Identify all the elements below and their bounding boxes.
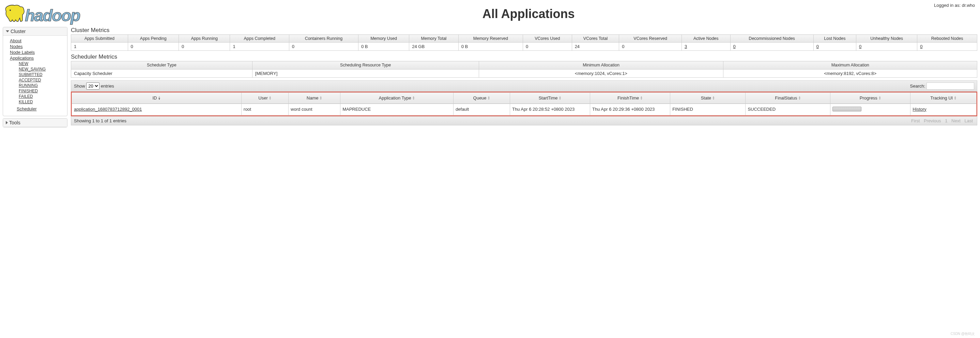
- th-min-alloc: Minimum Allocation: [479, 61, 724, 69]
- td-lost-nodes: 0: [813, 43, 856, 51]
- sidebar-link-submitted[interactable]: SUBMITTED: [19, 72, 67, 77]
- scheduler-metrics-title: Scheduler Metrics: [71, 54, 977, 60]
- th-apps-submitted: Apps Submitted: [71, 35, 128, 43]
- login-info: Logged in as: dr.who: [934, 3, 975, 8]
- tracking-link[interactable]: History: [913, 107, 926, 112]
- page-last[interactable]: Last: [963, 118, 974, 123]
- sidebar-link-finished[interactable]: FINISHED: [19, 88, 67, 94]
- chevron-down-icon: [6, 30, 9, 32]
- sidebar-tools-header[interactable]: Tools: [3, 119, 67, 127]
- page-previous[interactable]: Previous: [923, 118, 942, 123]
- td-max-alloc: <memory:8192, vCores:8>: [724, 69, 977, 77]
- app-id-link[interactable]: application_1680783712892_0001: [74, 107, 142, 112]
- td-state: FINISHED: [670, 103, 746, 115]
- th-unhealthy-nodes: Unhealthy Nodes: [856, 35, 917, 43]
- th-progress[interactable]: Progress▲▼: [830, 92, 910, 103]
- th-tracking[interactable]: Tracking UI▲▼: [910, 92, 977, 103]
- td-user: root: [241, 103, 288, 115]
- td-rebooted-nodes: 0: [917, 43, 977, 51]
- show-label: Show: [74, 84, 85, 89]
- unhealthy-nodes-link[interactable]: 0: [859, 44, 861, 49]
- sidebar-link-killed[interactable]: KILLED: [19, 99, 67, 105]
- sidebar-link-failed[interactable]: FAILED: [19, 94, 67, 99]
- th-apps-completed: Apps Completed: [230, 35, 289, 43]
- elephant-icon: [3, 3, 27, 25]
- td-memory-total: 24 GB: [409, 43, 458, 51]
- th-containers-running: Containers Running: [289, 35, 358, 43]
- th-starttime[interactable]: StartTime▲▼: [510, 92, 590, 103]
- sidebar-cluster-header[interactable]: Cluster: [3, 27, 67, 36]
- th-memory-reserved: Memory Reserved: [458, 35, 523, 43]
- search-label: Search:: [910, 84, 926, 89]
- cluster-label: Cluster: [11, 29, 25, 34]
- applications-table: ID▲▼ User▲▼ Name▲▼ Application Type▲▼ Qu…: [72, 92, 977, 103]
- td-name: word count: [289, 103, 340, 115]
- td-apps-running: 0: [178, 43, 230, 51]
- page-first[interactable]: First: [910, 118, 921, 123]
- sidebar-link-applications[interactable]: Applications: [10, 55, 67, 61]
- td-progress: [830, 103, 910, 115]
- th-name[interactable]: Name▲▼: [289, 92, 340, 103]
- td-start: Thu Apr 6 20:28:52 +0800 2023: [510, 103, 590, 115]
- td-finish: Thu Apr 6 20:29:36 +0800 2023: [590, 103, 670, 115]
- td-active-nodes: 3: [681, 43, 730, 51]
- scheduler-metrics-table: Scheduler Type Scheduling Resource Type …: [71, 61, 977, 77]
- th-queue[interactable]: Queue▲▼: [453, 92, 510, 103]
- th-id[interactable]: ID▲▼: [72, 92, 242, 103]
- lost-nodes-link[interactable]: 0: [816, 44, 819, 49]
- th-app-type[interactable]: Application Type▲▼: [340, 92, 453, 103]
- page-next[interactable]: Next: [950, 118, 962, 123]
- th-apps-pending: Apps Pending: [128, 35, 178, 43]
- th-apps-running: Apps Running: [178, 35, 230, 43]
- td-final: SUCCEEDED: [746, 103, 830, 115]
- progress-bar: [832, 107, 861, 111]
- td-apps-submitted: 1: [71, 43, 128, 51]
- page-title: All Applications: [80, 7, 977, 21]
- td-resource-type: [MEMORY]: [252, 69, 479, 77]
- sidebar-link-about[interactable]: About: [10, 38, 67, 44]
- tools-label: Tools: [9, 120, 21, 125]
- search-input[interactable]: [926, 83, 974, 90]
- th-user[interactable]: User▲▼: [241, 92, 288, 103]
- td-memory-used: 0 B: [358, 43, 409, 51]
- sidebar-link-accepted[interactable]: ACCEPTED: [19, 77, 67, 83]
- sidebar-link-new[interactable]: NEW: [19, 61, 67, 67]
- footer-info: Showing 1 to 1 of 1 entries: [74, 118, 126, 123]
- th-memory-total: Memory Total: [409, 35, 458, 43]
- th-decommissioned-nodes: Decommissioned Nodes: [730, 35, 813, 43]
- logo-text: hadoop: [25, 6, 80, 25]
- th-vcores-reserved: VCores Reserved: [619, 35, 682, 43]
- sidebar-link-running[interactable]: RUNNING: [19, 83, 67, 88]
- page-size-select[interactable]: 20: [86, 83, 100, 90]
- th-vcores-total: VCores Total: [572, 35, 619, 43]
- td-min-alloc: <memory:1024, vCores:1>: [479, 69, 724, 77]
- th-lost-nodes: Lost Nodes: [813, 35, 856, 43]
- th-resource-type: Scheduling Resource Type: [252, 61, 479, 69]
- td-apps-completed: 1: [230, 43, 289, 51]
- svg-point-0: [10, 10, 11, 11]
- sidebar-link-node-labels[interactable]: Node Labels: [10, 49, 67, 55]
- th-finalstatus[interactable]: FinalStatus▲▼: [746, 92, 830, 103]
- active-nodes-link[interactable]: 3: [684, 44, 687, 49]
- sidebar: Cluster About Nodes Node Labels Applicat…: [3, 27, 67, 130]
- th-state[interactable]: State▲▼: [670, 92, 746, 103]
- th-max-alloc: Maximum Allocation: [724, 61, 977, 69]
- hadoop-logo: hadoop: [3, 3, 80, 25]
- td-memory-reserved: 0 B: [458, 43, 523, 51]
- cluster-metrics-table: Apps Submitted Apps Pending Apps Running…: [71, 35, 977, 51]
- table-controls: Show 20 entries Search:: [71, 80, 977, 92]
- page-current[interactable]: 1: [943, 118, 949, 123]
- th-rebooted-nodes: Rebooted Nodes: [917, 35, 977, 43]
- sidebar-link-scheduler[interactable]: Scheduler: [17, 106, 67, 112]
- rebooted-nodes-link[interactable]: 0: [920, 44, 923, 49]
- table-row: application_1680783712892_0001 root word…: [72, 103, 977, 115]
- td-vcores-total: 24: [572, 43, 619, 51]
- td-vcores-used: 0: [523, 43, 572, 51]
- th-active-nodes: Active Nodes: [681, 35, 730, 43]
- th-finishtime[interactable]: FinishTime▲▼: [590, 92, 670, 103]
- decommissioned-nodes-link[interactable]: 0: [733, 44, 736, 49]
- th-vcores-used: VCores Used: [523, 35, 572, 43]
- sidebar-link-new-saving[interactable]: NEW_SAVING: [19, 67, 67, 72]
- td-queue: default: [453, 103, 510, 115]
- sidebar-link-nodes[interactable]: Nodes: [10, 44, 67, 49]
